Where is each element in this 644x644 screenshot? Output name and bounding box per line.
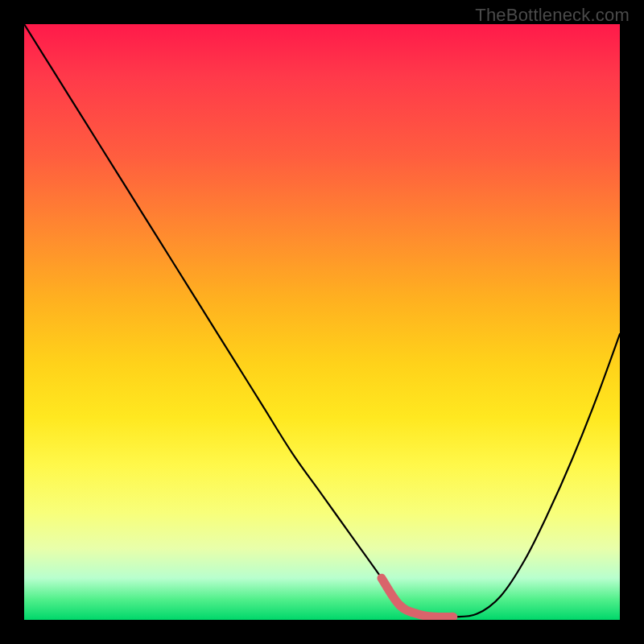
- watermark-text: TheBottleneck.com: [475, 5, 630, 26]
- bottleneck-curve-path: [24, 24, 620, 617]
- bottleneck-curve-svg: [24, 24, 620, 620]
- sweet-spot-highlight: [382, 578, 453, 617]
- plot-area: [24, 24, 620, 620]
- chart-frame: TheBottleneck.com: [0, 0, 644, 644]
